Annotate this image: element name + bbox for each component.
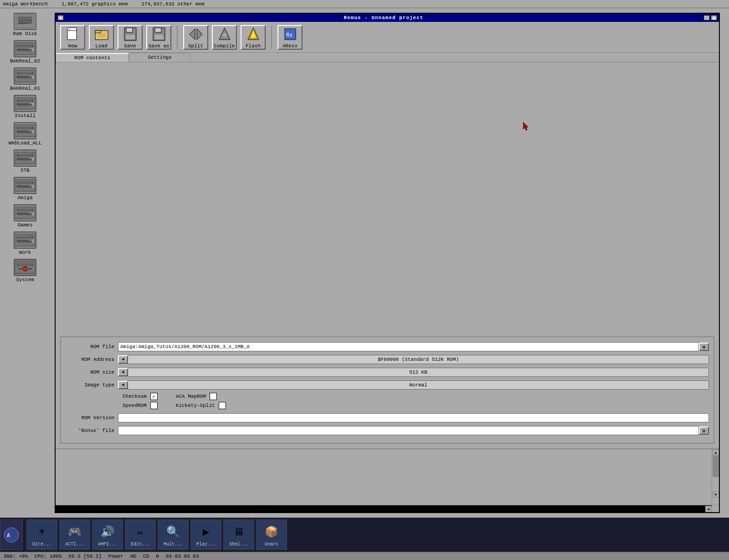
rom-size-row: ROM size ◄ 512 KB: [66, 367, 709, 377]
rom-size-value[interactable]: 512 KB: [128, 368, 709, 377]
svg-rect-21: [17, 154, 33, 157]
status-mhz: 59.3 [59.2]: [68, 554, 102, 559]
taskbar-item-5[interactable]: ▶Play...: [190, 519, 221, 550]
taskbar-item-label-5: Play...: [196, 542, 216, 547]
saveas-svg: [152, 27, 166, 41]
image-type-value[interactable]: Normal: [128, 380, 709, 390]
taskbar-item-icon-7: 📦: [262, 523, 281, 541]
toolbar-saveas-btn[interactable]: Save as: [146, 25, 171, 50]
new-btn-label: New: [68, 43, 77, 49]
taskbar-item-4[interactable]: 🔍Mult...: [158, 519, 189, 550]
toolbar-load-btn[interactable]: Load: [89, 25, 114, 50]
svg-rect-25: [17, 181, 33, 184]
window-resize-handle[interactable]: [712, 505, 719, 512]
scroll-left-btn[interactable]: ◄: [705, 506, 712, 512]
toolbar-compile-btn[interactable]: Compile: [212, 25, 237, 50]
workbench-label: Amiga Workbench: [3, 1, 48, 7]
scroll-down-btn[interactable]: ▼: [713, 491, 719, 498]
image-type-input-wrap: ◄ Normal: [118, 380, 709, 390]
taskbar-items: ☀Dire...🎮ACTI...🔊AMPI...✏Edit...🔍Mult...…: [25, 519, 289, 550]
rom-version-input[interactable]: [118, 413, 709, 422]
svg-marker-61: [523, 122, 528, 130]
bonus-file-input[interactable]: [118, 426, 699, 435]
checkboxes-row-2: SpeedROM Kickety-Split: [66, 402, 709, 409]
tab-rom-contents-label: ROM contents: [74, 55, 110, 61]
window-fullscreen-btn[interactable]: ▣: [711, 15, 717, 21]
toolbar-save-btn[interactable]: Save: [118, 25, 143, 50]
sidebar-item-system[interactable]: System: [5, 259, 46, 283]
window-close-btn[interactable]: ■: [57, 15, 64, 21]
sidebar-item-work[interactable]: Work: [5, 231, 46, 255]
kickety-split-checkbox[interactable]: [219, 402, 226, 409]
sidebar-item-games[interactable]: Games: [5, 204, 46, 228]
window-zoom-btn[interactable]: □: [703, 15, 710, 21]
rom-address-value[interactable]: $F80000 (Standard 512K ROM): [128, 355, 709, 364]
aca-maprom-item: ACA MapROM: [176, 393, 217, 400]
sidebar-item-install[interactable]: Install: [5, 95, 46, 118]
toolbar-new-btn[interactable]: New: [60, 25, 85, 50]
install-label: Install: [15, 113, 36, 118]
scrollbar-horizontal[interactable]: [56, 505, 712, 512]
5tb-svg: [15, 150, 35, 166]
taskbar-item-0[interactable]: ☀Dire...: [26, 519, 57, 550]
taskbar-item-7[interactable]: 📦Unarc: [256, 519, 287, 550]
taskbar-item-label-1: ACTI...: [65, 542, 84, 547]
install-svg: [15, 96, 35, 111]
taskbar-item-6[interactable]: 🖥Shel...: [223, 519, 254, 550]
taskbar-item-icon-4: 🔍: [164, 523, 182, 541]
rom-address-cycle-btn[interactable]: ◄: [118, 355, 128, 364]
tab-rom-contents[interactable]: ROM contents: [56, 53, 129, 62]
rom-size-cycle-btn[interactable]: ◄: [118, 368, 128, 376]
rom-file-input[interactable]: [118, 342, 699, 351]
sidebar-item-bakreal01[interactable]: BAKReal_01: [5, 67, 46, 91]
taskbar-item-2[interactable]: 🔊AMPI...: [92, 519, 123, 550]
sidebar-item-bakreal02[interactable]: BAKReal_02: [5, 40, 46, 64]
tab-settings[interactable]: Settings: [129, 53, 190, 62]
svg-text:A: A: [7, 532, 10, 539]
taskbar-area: A ☀Dire...🎮ACTI...🔊AMPI...✏Edit...🔍Mult.…: [0, 518, 729, 552]
load-svg: [94, 27, 109, 41]
checksum-checkbox[interactable]: ✓: [150, 393, 158, 400]
rom-address-label: ROM Address: [66, 357, 118, 362]
speedrom-checkbox[interactable]: [150, 402, 158, 409]
speedrom-item: SpeedROM: [123, 402, 158, 409]
svg-rect-29: [17, 209, 33, 211]
toolbar-separator-1: [177, 26, 178, 49]
sidebar-item-whdload[interactable]: WHDLoad_ALL: [5, 122, 46, 146]
taskbar-item-3[interactable]: ✏Edit...: [125, 519, 156, 550]
arexx-icon: Rx: [282, 26, 298, 42]
sidebar-item-amiga[interactable]: Amiga: [5, 177, 46, 200]
content-spacer: [60, 67, 714, 336]
5tb-label: 5TB: [21, 168, 30, 173]
sidebar-item-5tb[interactable]: 5TB: [5, 149, 46, 173]
status-cd: CD: [143, 554, 149, 559]
rom-version-label: ROM Version: [66, 415, 118, 421]
taskbar-item-1[interactable]: 🎮ACTI...: [59, 519, 90, 550]
taskbar-item-icon-2: 🔊: [98, 523, 117, 541]
status-bar: SND: +0% CPU: 100% 59.3 [59.2] Power HD …: [0, 552, 729, 560]
bonus-file-browse-btn[interactable]: ▤: [699, 426, 709, 435]
toolbar-arexx-btn[interactable]: Rx ARexx: [277, 25, 303, 50]
taskbar-item-icon-0: ☀: [33, 523, 51, 541]
other-mem: 274,037,632 other mem: [141, 1, 205, 7]
work-svg: [15, 232, 35, 248]
taskbar-item-label-6: Shel...: [229, 542, 248, 547]
scroll-up-btn[interactable]: ▲: [713, 449, 719, 456]
image-type-cycle-btn[interactable]: ◄: [118, 381, 128, 389]
svg-rect-41: [67, 28, 70, 31]
scrollbar-vertical[interactable]: ▲ ▼: [712, 449, 719, 505]
kickety-split-item: Kickety-Split: [176, 402, 226, 409]
sidebar-item-ramdisk[interactable]: Ram Disk: [5, 13, 46, 36]
amiga-label: Amiga: [17, 195, 32, 200]
whdload-icon-img: [14, 122, 36, 139]
cursor: [523, 122, 528, 129]
flash-icon: [245, 26, 262, 42]
svg-point-31: [31, 212, 34, 216]
status-snd: SND: +0%: [4, 554, 28, 559]
svg-rect-30: [17, 213, 28, 215]
toolbar-split-btn[interactable]: Split: [183, 25, 208, 50]
svg-rect-22: [17, 158, 28, 160]
toolbar-flash-btn[interactable]: Flash: [241, 25, 266, 50]
aca-maprom-checkbox[interactable]: [210, 393, 217, 400]
rom-file-browse-btn[interactable]: ▤: [699, 343, 709, 351]
